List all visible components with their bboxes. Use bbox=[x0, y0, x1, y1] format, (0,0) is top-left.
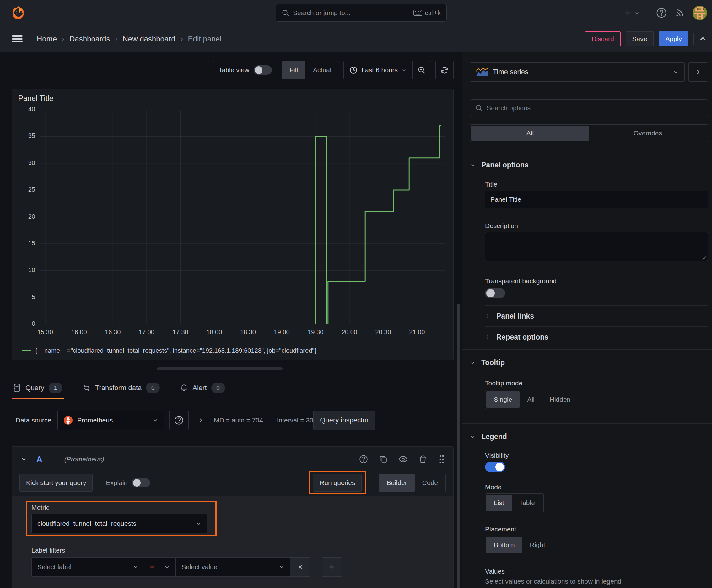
search-input[interactable] bbox=[293, 9, 410, 17]
section-panel-links[interactable]: Panel links bbox=[470, 306, 708, 327]
panel-title[interactable]: Panel Title bbox=[18, 89, 448, 106]
expand-stats-chevron-right-icon[interactable] bbox=[197, 417, 204, 423]
apply-button[interactable]: Apply bbox=[659, 31, 688, 46]
transparent-background-toggle[interactable] bbox=[485, 288, 505, 298]
legend-series-marker[interactable] bbox=[22, 350, 31, 352]
alert-count-badge: 0 bbox=[211, 383, 225, 393]
collapse-pane-chevron-right-icon[interactable] bbox=[688, 62, 708, 82]
query-ref-letter[interactable]: A bbox=[37, 455, 42, 464]
options-pane: Time series All Overrides Panel options … bbox=[462, 52, 712, 588]
section-panel-options[interactable]: Panel options bbox=[470, 161, 708, 169]
new-button[interactable] bbox=[624, 9, 640, 17]
explain-toggle[interactable] bbox=[132, 478, 150, 487]
breadcrumb-dashboards[interactable]: Dashboards bbox=[69, 35, 110, 43]
legend-placement-bottom-option[interactable]: Bottom bbox=[486, 537, 522, 553]
top-bar: ctrl+k bbox=[0, 0, 712, 26]
table-view-label: Table view bbox=[218, 66, 249, 74]
x-axis-tick: 18:00 bbox=[200, 329, 228, 336]
tab-query[interactable]: Query 1 bbox=[12, 377, 64, 399]
save-button[interactable]: Save bbox=[626, 31, 654, 46]
options-search-input[interactable] bbox=[487, 104, 703, 112]
resize-handle-icon[interactable] bbox=[702, 255, 706, 260]
grafana-logo-icon[interactable] bbox=[11, 5, 26, 20]
query-help-icon[interactable] bbox=[359, 455, 368, 464]
datasource-select[interactable]: Prometheus bbox=[58, 411, 164, 430]
tooltip-single-option[interactable]: Single bbox=[486, 391, 520, 408]
query-datasource-hint: (Prometheus) bbox=[64, 456, 104, 463]
refresh-icon[interactable] bbox=[435, 61, 454, 79]
run-queries-button[interactable]: Run queries bbox=[313, 474, 362, 491]
collapse-options-chevron-up-icon[interactable] bbox=[699, 35, 707, 43]
zoom-out-icon[interactable] bbox=[412, 61, 431, 79]
help-icon[interactable] bbox=[656, 7, 667, 18]
panel-resize-handle[interactable] bbox=[157, 367, 283, 370]
global-search[interactable]: ctrl+k bbox=[276, 4, 447, 22]
visualization-select[interactable]: Time series bbox=[470, 62, 685, 82]
description-field-label: Description bbox=[485, 222, 708, 230]
tooltip-hidden-option[interactable]: Hidden bbox=[542, 391, 578, 408]
chevron-down-icon bbox=[153, 417, 158, 423]
panel-preview: Panel Title 051015202530354015:3016:0016… bbox=[12, 89, 454, 360]
legend-placement-right-option[interactable]: Right bbox=[522, 537, 553, 553]
editor-tabs: Query 1 Transform data 0 Alert 0 bbox=[0, 377, 462, 399]
chevron-down-icon bbox=[402, 67, 407, 72]
chevron-right-icon bbox=[485, 313, 490, 318]
fill-option[interactable]: Fill bbox=[282, 61, 305, 79]
discard-button[interactable]: Discard bbox=[585, 31, 620, 46]
description-textarea[interactable] bbox=[485, 232, 708, 261]
tooltip-all-option[interactable]: All bbox=[520, 391, 542, 408]
select-value-dropdown[interactable]: Select value bbox=[176, 557, 290, 577]
tab-all-options[interactable]: All bbox=[471, 126, 589, 141]
series-line[interactable] bbox=[312, 126, 441, 324]
clock-icon bbox=[349, 66, 358, 74]
delete-query-trash-icon[interactable] bbox=[419, 455, 427, 463]
legend-mode-list-option[interactable]: List bbox=[486, 495, 512, 511]
section-repeat-options[interactable]: Repeat options bbox=[470, 327, 708, 348]
time-range-picker[interactable]: Last 6 hours bbox=[344, 61, 412, 79]
news-rss-icon[interactable] bbox=[675, 8, 684, 18]
toggle-visibility-eye-icon[interactable] bbox=[399, 456, 408, 463]
options-search[interactable] bbox=[470, 99, 708, 117]
breadcrumb-new-dashboard[interactable]: New dashboard bbox=[123, 35, 175, 43]
section-legend[interactable]: Legend bbox=[470, 433, 708, 441]
panel-title-input[interactable] bbox=[485, 191, 708, 208]
chevron-down-icon[interactable] bbox=[21, 456, 27, 462]
operator-dropdown[interactable]: = bbox=[145, 557, 176, 577]
section-tooltip[interactable]: Tooltip bbox=[470, 358, 708, 367]
builder-code-group: Builder Code bbox=[379, 474, 446, 492]
chevron-down-icon bbox=[673, 69, 679, 75]
tab-overrides[interactable]: Overrides bbox=[589, 126, 707, 141]
datasource-help-icon[interactable] bbox=[169, 411, 189, 430]
duplicate-query-icon[interactable] bbox=[379, 455, 387, 463]
code-option[interactable]: Code bbox=[415, 474, 446, 491]
remove-filter-close-icon[interactable] bbox=[290, 557, 310, 577]
actual-option[interactable]: Actual bbox=[305, 61, 339, 79]
x-axis-tick: 20:30 bbox=[369, 329, 397, 336]
user-avatar[interactable] bbox=[693, 6, 707, 20]
breadcrumb-home[interactable]: Home bbox=[37, 35, 57, 43]
query-row-header[interactable]: A (Prometheus) bbox=[12, 447, 453, 472]
y-axis-tick: 20 bbox=[18, 213, 35, 220]
legend-placement-group: Bottom Right bbox=[485, 536, 554, 554]
select-label-dropdown[interactable]: Select label bbox=[31, 557, 145, 577]
drag-handle-grip-icon[interactable] bbox=[438, 455, 445, 464]
plot-area[interactable] bbox=[40, 110, 445, 324]
query-inspector-button[interactable]: Query inspector bbox=[313, 411, 375, 430]
tab-transform-data[interactable]: Transform data 0 bbox=[81, 377, 161, 399]
legend-mode-table-option[interactable]: Table bbox=[512, 495, 542, 511]
legend-series-label[interactable]: {__name__="cloudflared_tunnel_total_requ… bbox=[35, 347, 317, 354]
add-filter-plus-icon[interactable] bbox=[322, 557, 342, 577]
chevron-right-icon: › bbox=[62, 35, 64, 43]
builder-option[interactable]: Builder bbox=[379, 474, 414, 491]
main-scrollbar[interactable] bbox=[457, 304, 460, 588]
table-view-toggle[interactable] bbox=[254, 65, 272, 75]
table-view-control: Table view bbox=[213, 61, 277, 79]
legend-visibility-toggle[interactable] bbox=[485, 462, 505, 472]
chevron-right-icon: › bbox=[115, 35, 117, 43]
kick-start-query-button[interactable]: Kick start your query bbox=[19, 474, 93, 491]
tab-alert[interactable]: Alert 0 bbox=[179, 377, 226, 399]
datasource-label: Data source bbox=[16, 417, 51, 424]
metric-select[interactable]: cloudflared_tunnel_total_requests bbox=[31, 514, 207, 533]
menu-icon[interactable] bbox=[12, 34, 23, 44]
title-field-label: Title bbox=[485, 181, 708, 188]
